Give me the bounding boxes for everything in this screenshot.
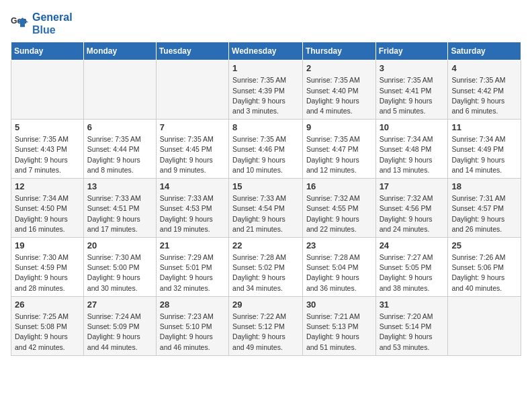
calendar-cell	[83, 60, 156, 120]
day-number: 1	[232, 63, 299, 73]
calendar-cell: 27Sunrise: 7:24 AM Sunset: 5:09 PM Dayli…	[83, 296, 156, 355]
logo: Gen General Blue	[11, 11, 73, 36]
day-number: 19	[15, 240, 80, 250]
day-info: Sunrise: 7:30 AM Sunset: 4:59 PM Dayligh…	[15, 253, 80, 293]
day-info: Sunrise: 7:34 AM Sunset: 4:50 PM Dayligh…	[15, 193, 80, 234]
day-number: 3	[380, 63, 445, 73]
calendar-cell: 24Sunrise: 7:27 AM Sunset: 5:05 PM Dayli…	[375, 238, 448, 297]
day-number: 12	[15, 181, 80, 191]
day-number: 14	[160, 181, 225, 191]
day-info: Sunrise: 7:20 AM Sunset: 5:14 PM Dayligh…	[380, 312, 445, 353]
calendar-cell: 25Sunrise: 7:26 AM Sunset: 5:06 PM Dayli…	[448, 238, 521, 297]
day-info: Sunrise: 7:27 AM Sunset: 5:05 PM Dayligh…	[380, 253, 445, 293]
calendar-cell: 8Sunrise: 7:35 AM Sunset: 4:46 PM Daylig…	[229, 120, 303, 179]
day-info: Sunrise: 7:31 AM Sunset: 4:57 PM Dayligh…	[451, 193, 517, 234]
day-number: 17	[380, 181, 445, 191]
day-info: Sunrise: 7:35 AM Sunset: 4:42 PM Dayligh…	[451, 75, 517, 116]
calendar-cell	[156, 60, 228, 120]
calendar-cell: 17Sunrise: 7:32 AM Sunset: 4:56 PM Dayli…	[375, 179, 448, 238]
day-number: 23	[306, 240, 372, 250]
calendar-cell: 11Sunrise: 7:34 AM Sunset: 4:49 PM Dayli…	[448, 120, 521, 179]
logo-icon: Gen	[11, 14, 30, 33]
calendar-cell	[11, 60, 84, 120]
day-number: 10	[380, 122, 445, 132]
day-number: 27	[87, 300, 152, 310]
calendar-cell: 20Sunrise: 7:30 AM Sunset: 5:00 PM Dayli…	[83, 238, 156, 297]
day-info: Sunrise: 7:35 AM Sunset: 4:40 PM Dayligh…	[306, 75, 372, 116]
calendar-cell: 29Sunrise: 7:22 AM Sunset: 5:12 PM Dayli…	[229, 296, 303, 355]
day-info: Sunrise: 7:33 AM Sunset: 4:53 PM Dayligh…	[160, 193, 225, 234]
day-number: 20	[87, 240, 152, 250]
day-number: 29	[232, 300, 299, 310]
day-number: 13	[87, 181, 152, 191]
day-number: 21	[160, 240, 225, 250]
day-number: 31	[380, 300, 445, 310]
calendar-cell: 22Sunrise: 7:28 AM Sunset: 5:02 PM Dayli…	[229, 238, 303, 297]
day-info: Sunrise: 7:25 AM Sunset: 5:08 PM Dayligh…	[15, 312, 80, 353]
day-info: Sunrise: 7:35 AM Sunset: 4:39 PM Dayligh…	[232, 75, 299, 116]
day-number: 6	[87, 122, 152, 132]
calendar-cell: 26Sunrise: 7:25 AM Sunset: 5:08 PM Dayli…	[11, 296, 84, 355]
calendar-cell: 30Sunrise: 7:21 AM Sunset: 5:13 PM Dayli…	[302, 296, 375, 355]
calendar-cell: 28Sunrise: 7:23 AM Sunset: 5:10 PM Dayli…	[156, 296, 228, 355]
day-info: Sunrise: 7:33 AM Sunset: 4:54 PM Dayligh…	[232, 193, 299, 234]
day-number: 16	[306, 181, 372, 191]
day-info: Sunrise: 7:24 AM Sunset: 5:09 PM Dayligh…	[87, 312, 152, 353]
week-row-4: 19Sunrise: 7:30 AM Sunset: 4:59 PM Dayli…	[11, 238, 521, 297]
calendar-cell: 7Sunrise: 7:35 AM Sunset: 4:45 PM Daylig…	[156, 120, 228, 179]
calendar-cell: 23Sunrise: 7:28 AM Sunset: 5:04 PM Dayli…	[302, 238, 375, 297]
calendar-header: SundayMondayTuesdayWednesdayThursdayFrid…	[11, 42, 521, 60]
calendar-cell: 5Sunrise: 7:35 AM Sunset: 4:43 PM Daylig…	[11, 120, 84, 179]
day-info: Sunrise: 7:21 AM Sunset: 5:13 PM Dayligh…	[306, 312, 372, 353]
day-header-thursday: Thursday	[302, 42, 375, 60]
day-number: 9	[306, 122, 372, 132]
calendar-cell: 12Sunrise: 7:34 AM Sunset: 4:50 PM Dayli…	[11, 179, 84, 238]
week-row-3: 12Sunrise: 7:34 AM Sunset: 4:50 PM Dayli…	[11, 179, 521, 238]
calendar-cell: 31Sunrise: 7:20 AM Sunset: 5:14 PM Dayli…	[375, 296, 448, 355]
calendar-cell: 6Sunrise: 7:35 AM Sunset: 4:44 PM Daylig…	[83, 120, 156, 179]
logo-text: General Blue	[32, 11, 73, 36]
day-header-sunday: Sunday	[11, 42, 84, 60]
calendar-cell: 15Sunrise: 7:33 AM Sunset: 4:54 PM Dayli…	[229, 179, 303, 238]
day-info: Sunrise: 7:30 AM Sunset: 5:00 PM Dayligh…	[87, 253, 152, 293]
calendar-cell: 4Sunrise: 7:35 AM Sunset: 4:42 PM Daylig…	[448, 60, 521, 120]
day-info: Sunrise: 7:32 AM Sunset: 4:56 PM Dayligh…	[380, 193, 445, 234]
calendar-cell: 16Sunrise: 7:32 AM Sunset: 4:55 PM Dayli…	[302, 179, 375, 238]
day-number: 24	[380, 240, 445, 250]
calendar-cell: 1Sunrise: 7:35 AM Sunset: 4:39 PM Daylig…	[229, 60, 303, 120]
day-info: Sunrise: 7:35 AM Sunset: 4:41 PM Dayligh…	[380, 75, 445, 116]
calendar-body: 1Sunrise: 7:35 AM Sunset: 4:39 PM Daylig…	[11, 60, 521, 355]
calendar-cell: 3Sunrise: 7:35 AM Sunset: 4:41 PM Daylig…	[375, 60, 448, 120]
day-info: Sunrise: 7:32 AM Sunset: 4:55 PM Dayligh…	[306, 193, 372, 234]
calendar-table: SundayMondayTuesdayWednesdayThursdayFrid…	[11, 42, 521, 355]
calendar-cell: 13Sunrise: 7:33 AM Sunset: 4:51 PM Dayli…	[83, 179, 156, 238]
week-row-5: 26Sunrise: 7:25 AM Sunset: 5:08 PM Dayli…	[11, 296, 521, 355]
calendar-cell: 19Sunrise: 7:30 AM Sunset: 4:59 PM Dayli…	[11, 238, 84, 297]
week-row-2: 5Sunrise: 7:35 AM Sunset: 4:43 PM Daylig…	[11, 120, 521, 179]
day-header-wednesday: Wednesday	[229, 42, 303, 60]
page-header: Gen General Blue	[11, 11, 521, 36]
day-info: Sunrise: 7:29 AM Sunset: 5:01 PM Dayligh…	[160, 253, 225, 293]
day-info: Sunrise: 7:35 AM Sunset: 4:46 PM Dayligh…	[232, 134, 299, 175]
calendar-cell	[448, 296, 521, 355]
day-info: Sunrise: 7:35 AM Sunset: 4:47 PM Dayligh…	[306, 134, 372, 175]
day-number: 7	[160, 122, 225, 132]
week-row-1: 1Sunrise: 7:35 AM Sunset: 4:39 PM Daylig…	[11, 60, 521, 120]
day-number: 11	[451, 122, 517, 132]
day-info: Sunrise: 7:28 AM Sunset: 5:04 PM Dayligh…	[306, 253, 372, 293]
calendar-cell: 9Sunrise: 7:35 AM Sunset: 4:47 PM Daylig…	[302, 120, 375, 179]
day-info: Sunrise: 7:34 AM Sunset: 4:49 PM Dayligh…	[451, 134, 517, 175]
day-info: Sunrise: 7:35 AM Sunset: 4:45 PM Dayligh…	[160, 134, 225, 175]
day-info: Sunrise: 7:23 AM Sunset: 5:10 PM Dayligh…	[160, 312, 225, 353]
header-row: SundayMondayTuesdayWednesdayThursdayFrid…	[11, 42, 521, 60]
day-number: 8	[232, 122, 299, 132]
day-number: 30	[306, 300, 372, 310]
day-info: Sunrise: 7:26 AM Sunset: 5:06 PM Dayligh…	[451, 253, 517, 293]
day-info: Sunrise: 7:35 AM Sunset: 4:44 PM Dayligh…	[87, 134, 152, 175]
calendar-cell: 21Sunrise: 7:29 AM Sunset: 5:01 PM Dayli…	[156, 238, 228, 297]
day-header-tuesday: Tuesday	[156, 42, 228, 60]
calendar-cell: 14Sunrise: 7:33 AM Sunset: 4:53 PM Dayli…	[156, 179, 228, 238]
day-header-saturday: Saturday	[448, 42, 521, 60]
day-info: Sunrise: 7:33 AM Sunset: 4:51 PM Dayligh…	[87, 193, 152, 234]
day-header-monday: Monday	[83, 42, 156, 60]
